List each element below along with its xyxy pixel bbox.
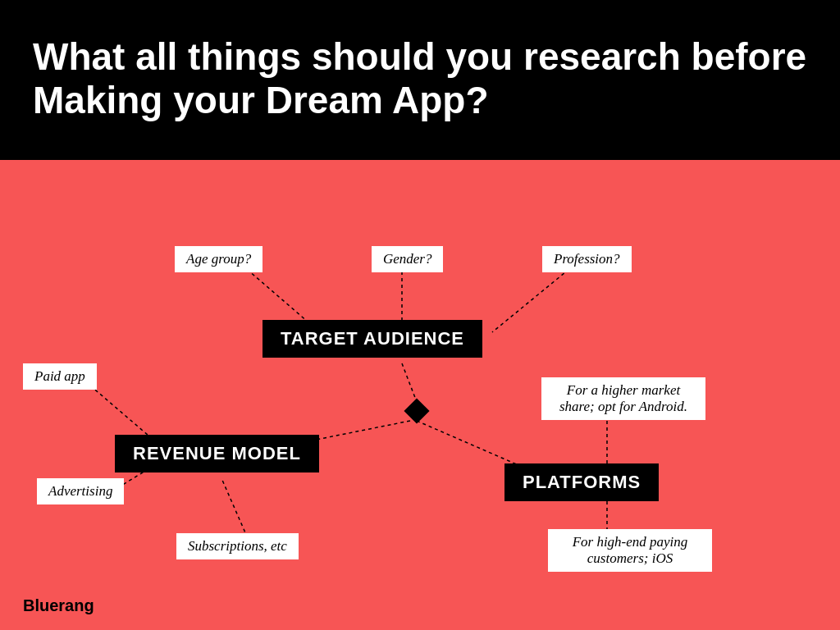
high-end-label: For high-end paying customers; iOS [548, 529, 712, 572]
higher-market-label: For a higher market share; opt for Andro… [541, 377, 705, 420]
platforms-box: PLATFORMS [504, 463, 659, 501]
subscriptions-label: Subscriptions, etc [176, 533, 299, 559]
revenue-model-box: REVENUE MODEL [115, 435, 319, 472]
paid-app-label: Paid app [23, 363, 97, 390]
svg-line-8 [402, 363, 417, 402]
diamond-connector [404, 398, 429, 423]
main-content: Age group? Gender? Profession? TARGET AU… [0, 160, 840, 630]
target-audience-box: TARGET AUDIENCE [262, 320, 482, 358]
header: What all things should you research befo… [0, 0, 840, 160]
gender-label: Gender? [372, 246, 443, 272]
profession-label: Profession? [542, 246, 632, 272]
svg-line-2 [492, 265, 574, 332]
age-group-label: Age group? [175, 246, 262, 272]
connector-lines [0, 160, 840, 630]
branding-label: Bluerang [23, 596, 94, 615]
page-title: What all things should you research befo… [33, 35, 807, 122]
advertising-label: Advertising [37, 478, 124, 504]
